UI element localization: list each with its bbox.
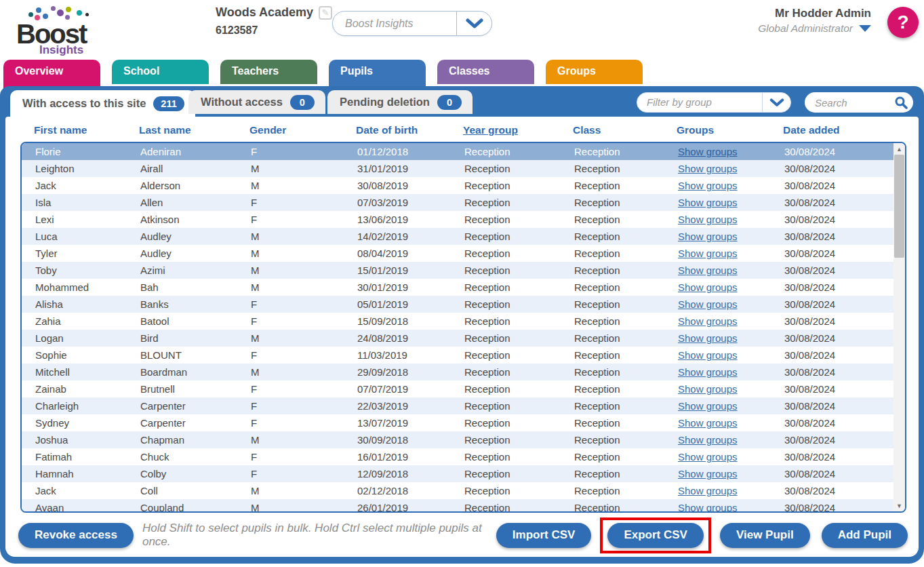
table-row[interactable]: Sydney Carpenter F 13/07/2019 Reception … [22, 414, 893, 431]
table-row[interactable]: Zahia Batool F 15/09/2018 Reception Rece… [22, 313, 893, 330]
cell-class: Reception [574, 281, 678, 293]
table-row[interactable]: Mohammed Bah M 30/01/2019 Reception Rece… [22, 279, 893, 296]
table-row[interactable]: Mitchell Boardman M 29/09/2018 Reception… [22, 364, 893, 380]
show-groups-link[interactable]: Show groups [678, 366, 738, 378]
table-row[interactable]: Fatimah Chuck F 16/01/2019 Reception Rec… [22, 448, 893, 465]
show-groups-link[interactable]: Show groups [678, 163, 738, 174]
cell-date-added: 30/08/2024 [784, 180, 893, 191]
subtab-pending-deletion[interactable]: Pending deletion 0 [327, 90, 473, 114]
show-groups-link[interactable]: Show groups [678, 434, 738, 446]
cell-date-added: 30/08/2024 [784, 366, 893, 378]
tab-classes[interactable]: Classes [437, 60, 534, 84]
show-groups-link[interactable]: Show groups [678, 281, 738, 293]
chevron-down-icon[interactable] [456, 12, 491, 35]
column-header-first-name[interactable]: First name [34, 124, 139, 136]
show-groups-link[interactable]: Show groups [678, 231, 738, 242]
table-row[interactable]: Charleigh Carpenter F 22/03/2019 Recepti… [22, 397, 893, 414]
search-icon[interactable] [889, 96, 913, 109]
column-header-year-group[interactable]: Year group [463, 124, 573, 136]
cell-date-of-birth: 16/01/2019 [357, 451, 464, 463]
show-groups-link[interactable]: Show groups [678, 349, 738, 361]
scroll-up-icon[interactable]: ▲ [893, 143, 905, 155]
table-row[interactable]: Logan Bird M 24/08/2019 Reception Recept… [22, 330, 893, 347]
subtab-with-access[interactable]: With access to this site 211 [10, 90, 195, 117]
table-row[interactable]: Jack Coll M 02/12/2018 Reception Recepti… [22, 482, 893, 499]
cell-class: Reception [574, 197, 678, 208]
site-dropdown[interactable]: Boost Insights [332, 11, 492, 36]
cell-first-name: Sydney [35, 417, 140, 429]
column-header-groups[interactable]: Groups [677, 124, 783, 136]
show-groups-link[interactable]: Show groups [678, 265, 738, 276]
table-row[interactable]: Jack Alderson M 30/08/2019 Reception Rec… [22, 177, 893, 194]
chevron-down-icon[interactable] [762, 93, 790, 112]
tab-groups[interactable]: Groups [546, 60, 643, 84]
table-row[interactable]: Zainab Brutnell F 07/07/2019 Reception R… [22, 380, 893, 397]
column-header-date-of-birth[interactable]: Date of birth [356, 124, 463, 136]
revoke-access-button[interactable]: Revoke access [18, 523, 134, 548]
table-row[interactable]: Luca Audley M 14/02/2019 Reception Recep… [22, 228, 893, 245]
table-row[interactable]: Joshua Chapman M 30/09/2018 Reception Re… [22, 431, 893, 448]
search-placeholder: Search [805, 97, 889, 109]
cell-year-group: Reception [464, 197, 574, 208]
table-row[interactable]: Isla Allen F 07/03/2019 Reception Recept… [22, 194, 893, 211]
show-groups-link[interactable]: Show groups [678, 298, 738, 310]
show-groups-link[interactable]: Show groups [678, 400, 738, 412]
cell-date-of-birth: 24/08/2019 [357, 332, 464, 344]
column-header-gender[interactable]: Gender [249, 124, 356, 136]
show-groups-link[interactable]: Show groups [678, 451, 738, 463]
subtab-without-access[interactable]: Without access 0 [188, 90, 325, 114]
tab-school[interactable]: School [112, 60, 209, 84]
cell-gender: M [251, 485, 357, 496]
show-groups-link[interactable]: Show groups [678, 146, 738, 157]
cell-gender: F [251, 298, 357, 310]
cell-year-group: Reception [464, 231, 574, 242]
table-row[interactable]: Toby Azimi M 15/01/2019 Reception Recept… [22, 262, 893, 279]
table-column-headers: First name Last name Gender Date of birt… [20, 124, 906, 136]
show-groups-link[interactable]: Show groups [678, 485, 738, 496]
chevron-down-icon[interactable] [859, 25, 871, 32]
cell-date-of-birth: 15/01/2019 [357, 265, 464, 276]
help-button[interactable]: ? [887, 7, 919, 38]
show-groups-link[interactable]: Show groups [678, 383, 738, 395]
user-menu[interactable]: Mr Hodder Admin Global Administrator [758, 7, 871, 35]
table-row[interactable]: Hamnah Colby F 12/09/2018 Reception Rece… [22, 465, 893, 482]
table-row[interactable]: Florie Adeniran F 01/12/2018 Reception R… [22, 143, 893, 160]
table-row[interactable]: Ayaan Coupland M 26/01/2019 Reception Re… [22, 499, 893, 513]
column-header-class[interactable]: Class [573, 124, 677, 136]
search-input[interactable]: Search [805, 92, 913, 113]
cell-last-name: Chapman [140, 434, 251, 446]
view-pupil-button[interactable]: View Pupil [720, 523, 810, 548]
table-row[interactable]: Alisha Banks F 05/01/2019 Reception Rece… [22, 296, 893, 313]
show-groups-link[interactable]: Show groups [678, 417, 738, 429]
show-groups-link[interactable]: Show groups [678, 502, 738, 513]
cell-last-name: Airall [140, 163, 251, 174]
show-groups-link[interactable]: Show groups [678, 332, 738, 344]
show-groups-link[interactable]: Show groups [678, 214, 738, 225]
table-row[interactable]: Sophie BLOUNT F 11/03/2019 Reception Rec… [22, 347, 893, 364]
filter-by-group-dropdown[interactable]: Filter by group [637, 92, 791, 113]
table-row[interactable]: Lexi Atkinson F 13/06/2019 Reception Rec… [22, 211, 893, 228]
show-groups-link[interactable]: Show groups [678, 248, 738, 259]
show-groups-link[interactable]: Show groups [678, 315, 738, 327]
table-row[interactable]: Leighton Airall M 31/01/2019 Reception R… [22, 160, 893, 177]
column-header-last-name[interactable]: Last name [139, 124, 249, 136]
cell-last-name: Allen [140, 197, 251, 208]
import-csv-button[interactable]: Import CSV [496, 523, 592, 548]
show-groups-link[interactable]: Show groups [678, 197, 738, 208]
cell-gender: F [251, 349, 357, 361]
scrollbar-thumb[interactable] [894, 155, 904, 258]
cell-date-of-birth: 13/06/2019 [357, 214, 464, 225]
add-pupil-button[interactable]: Add Pupil [822, 523, 908, 548]
tab-teachers[interactable]: Teachers [220, 60, 317, 84]
show-groups-link[interactable]: Show groups [678, 180, 738, 191]
column-header-date-added[interactable]: Date added [783, 124, 906, 136]
tab-pupils[interactable]: Pupils [329, 60, 426, 90]
cell-date-added: 30/08/2024 [784, 400, 893, 412]
scroll-down-icon[interactable]: ▼ [893, 500, 905, 511]
table-row[interactable]: Tyler Audley M 08/04/2019 Reception Rece… [22, 245, 893, 262]
table-scrollbar[interactable]: ▲ ▼ [893, 143, 905, 511]
export-csv-button[interactable]: Export CSV [607, 523, 704, 548]
edit-school-icon[interactable]: ✎ [319, 6, 332, 20]
show-groups-link[interactable]: Show groups [678, 468, 738, 480]
cell-first-name: Florie [35, 146, 140, 157]
